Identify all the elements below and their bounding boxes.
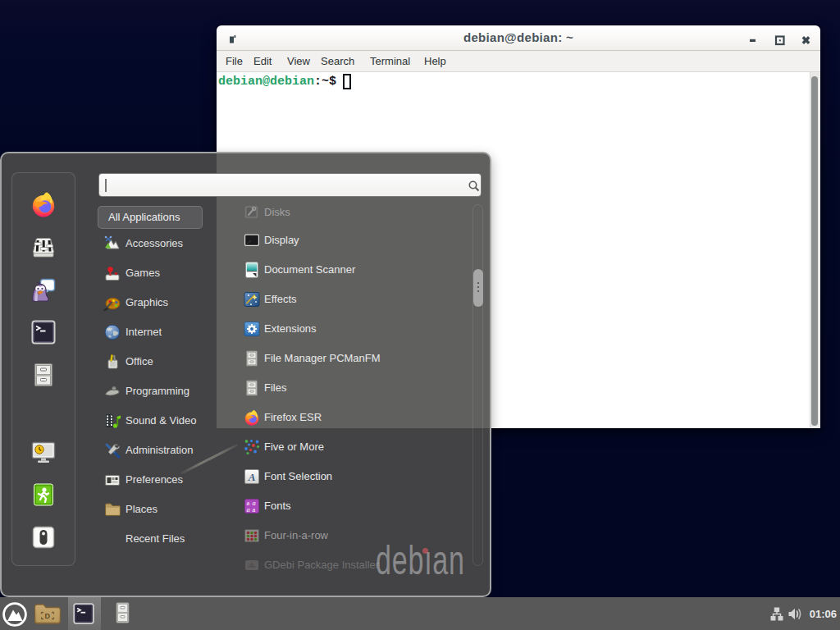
svg-text:a: a — [253, 505, 256, 514]
svg-text:A: A — [248, 471, 256, 483]
svg-text:a: a — [247, 505, 250, 514]
svg-text:D: D — [45, 612, 51, 620]
